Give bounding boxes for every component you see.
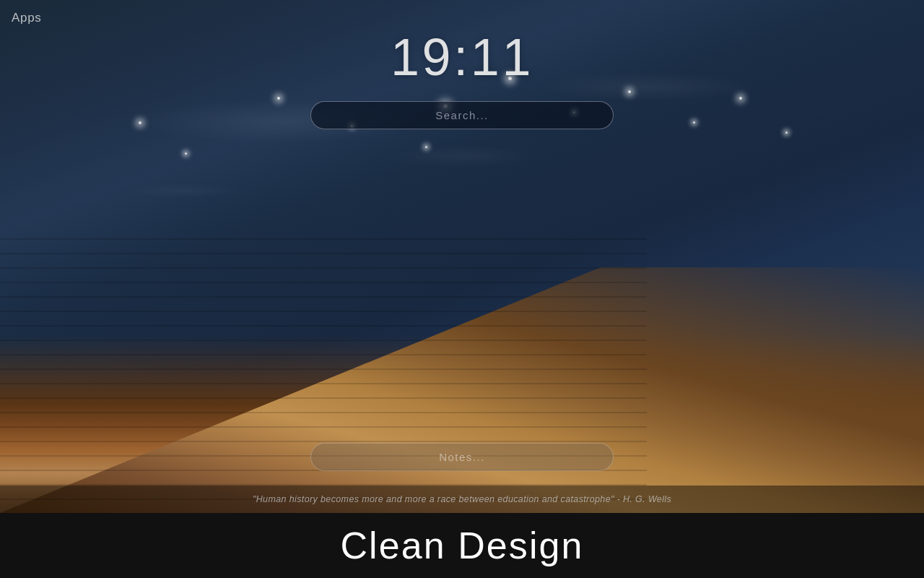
clock-display: 19:11: [391, 27, 533, 87]
page-title: Clean Design: [340, 524, 583, 567]
water-sparkle: [693, 121, 695, 124]
water-sparkle: [425, 146, 427, 148]
notes-input[interactable]: [310, 443, 614, 471]
quote-text: "Human history becomes more and more a r…: [253, 494, 671, 504]
search-input[interactable]: [310, 101, 614, 129]
dock-planks: [0, 238, 647, 513]
search-container: [310, 101, 614, 129]
title-bar: Clean Design: [0, 513, 924, 578]
apps-link[interactable]: Apps: [12, 11, 41, 25]
water-sparkle: [139, 121, 141, 124]
notes-container: [310, 443, 614, 471]
quote-bar: "Human history becomes more and more a r…: [0, 486, 924, 513]
